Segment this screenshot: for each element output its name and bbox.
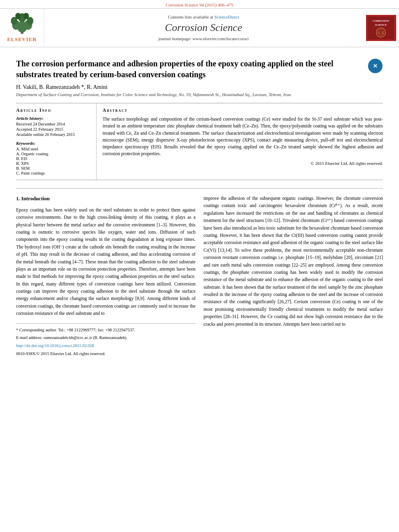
abstract-title: Abstract [103, 107, 383, 113]
journal-reference: Corrosion Science 94 (2015) 466–475 [0, 0, 399, 8]
intro-para-2: improve the adhesion of the subsequent o… [204, 195, 383, 328]
intro-para-1: Epoxy coating has been widely used on th… [16, 206, 195, 317]
abstract-text: The surface morphology and composition o… [103, 116, 383, 158]
history-label: Article history: [16, 116, 90, 121]
article-info-title: Article Info [16, 107, 90, 113]
doi-line[interactable]: http://dx.doi.org/10.1016/j.corsci.2015.… [16, 343, 195, 349]
corrosion-logo: CORROSION SCIENCE CS [366, 15, 396, 41]
journal-title: Corrosion Science [165, 22, 242, 34]
email-footnote: E-mail address: ramezanzadeh-bh@icrc.ac.… [16, 335, 195, 341]
affiliation: Department of Surface Coating and Corros… [16, 92, 383, 97]
accepted-date: Accepted 22 February 2015 [16, 127, 90, 131]
svg-text:CS: CS [378, 31, 383, 35]
col-left: 1. Introduction Epoxy coating has been w… [16, 195, 195, 358]
authors: H. Vakili, B. Ramezanzadeh *, R. Amini [16, 84, 383, 90]
abstract-section: Abstract The surface morphology and comp… [97, 103, 383, 180]
elsevier-logo-area: ELSEVIER [0, 9, 44, 47]
svg-point-8 [23, 13, 29, 19]
keyword-2: A. Organic coating [16, 152, 90, 156]
rights-line: 0010-938X/© 2015 Elsevier Ltd. All right… [16, 351, 195, 357]
keywords-section: Keywords: A. Mild steel A. Organic coati… [16, 141, 90, 175]
svg-text:✕: ✕ [373, 63, 378, 69]
journal-header: ELSEVIER Contents lists available at Sci… [0, 8, 399, 47]
keyword-1: A. Mild steel [16, 147, 90, 151]
col-right: improve the adhesion of the subsequent o… [204, 195, 383, 358]
received-date: Received 24 December 2014 [16, 122, 90, 126]
sciencedirect-link[interactable]: ScienceDirect [214, 14, 239, 19]
keyword-4: B. XPS [16, 161, 90, 166]
keywords-label: Keywords: [16, 141, 90, 146]
elsevier-wordmark: ELSEVIER [7, 36, 37, 43]
elsevier-tree-icon [8, 13, 36, 35]
copyright: © 2015 Elsevier Ltd. All rights reserved… [103, 161, 383, 166]
crossmark-icon[interactable]: ✕ [368, 58, 383, 74]
footnotes-area: * Corresponding author. Tel.: +98 212296… [16, 323, 195, 357]
corresponding-footnote: * Corresponding author. Tel.: +98 212296… [16, 327, 195, 334]
sciencedirect-line: Contents lists available at ScienceDirec… [168, 14, 239, 19]
journal-info-center: Contents lists available at ScienceDirec… [44, 9, 363, 47]
body-columns: 1. Introduction Epoxy coating has been w… [16, 195, 383, 358]
article-title: The corrosion performance and adhesion p… [16, 58, 368, 80]
keyword-5: B. SEM [16, 166, 90, 170]
online-date: Available online 26 February 2015 [16, 132, 90, 137]
journal-logo-area: CORROSION SCIENCE CS [363, 9, 399, 47]
info-abstract-section: Article Info Article history: Received 2… [16, 103, 383, 180]
homepage-line: journal homepage: www.elsevier.com/locat… [158, 36, 249, 41]
svg-point-7 [15, 13, 21, 19]
section-divider [16, 188, 383, 189]
main-content: The corrosion performance and adhesion p… [0, 47, 399, 362]
article-info: Article Info Article history: Received 2… [16, 103, 97, 180]
intro-heading: 1. Introduction [16, 195, 195, 203]
keyword-3: B. EIS [16, 156, 90, 161]
svg-text:CORROSION: CORROSION [373, 19, 389, 22]
svg-text:SCIENCE: SCIENCE [375, 23, 387, 26]
keyword-6: C. Paint coatings [16, 171, 90, 175]
